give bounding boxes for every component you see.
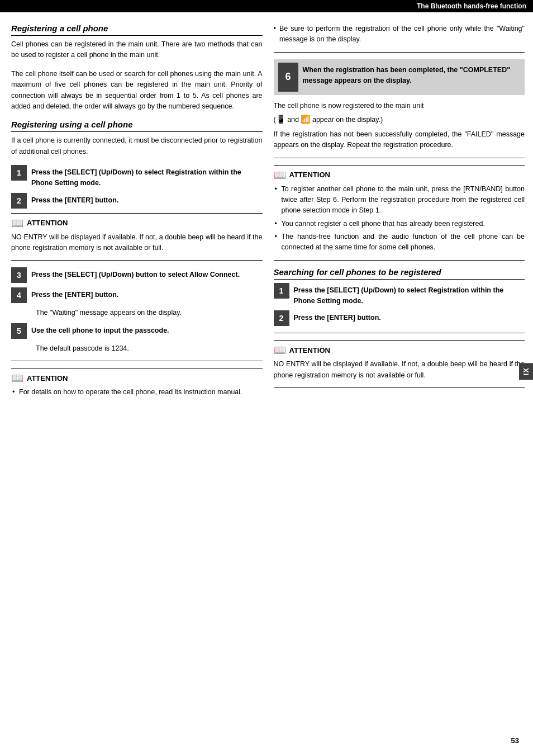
attention4-icon: 📖: [274, 344, 286, 356]
section2-intro: If a cell phone is currently connected, …: [11, 135, 263, 157]
attention2-item1: For details on how to operate the cell p…: [11, 387, 263, 398]
divider7: [274, 388, 525, 388]
step6-text: When the registration has been completed…: [303, 63, 521, 86]
r-step1-block: 1 Press the [SELECT] (Up/Down) to select…: [274, 283, 525, 306]
step4-number: 4: [11, 287, 27, 303]
attention3-block: 📖 ATTENTION To register another cell pho…: [274, 165, 525, 253]
step6-inner: 6 When the registration has been complet…: [278, 63, 521, 92]
divider3: [274, 52, 525, 53]
attention2-title: 📖 ATTENTION: [11, 372, 263, 384]
step6-sub2: (📱 and 📶 appear on the display.): [274, 114, 525, 126]
attention1-title: 📖 ATTENTION: [11, 217, 263, 229]
bullet-before-step6: • Be sure to perform the registration of…: [274, 23, 525, 45]
left-column: Registering a cell phone Cell phones can…: [11, 23, 263, 403]
section3-title: Searching for cell phones to be register…: [274, 267, 525, 280]
step4-text: Press the [ENTER] button.: [31, 287, 118, 300]
step3-block: 3 Press the [SELECT] (Up/Down) button to…: [11, 267, 263, 283]
divider5: [274, 260, 525, 261]
header-title: The Bluetooth hands-free function: [417, 2, 526, 10]
attention4-text: NO ENTRY will be displayed if available.…: [274, 359, 525, 381]
page-number: 53: [511, 736, 519, 745]
step1-block: 1 Press the [SELECT] (Up/Down) to select…: [11, 165, 263, 188]
step5-block: 5 Use the cell phone to input the passco…: [11, 323, 263, 339]
step4-sub: The "Waiting" message appears on the dis…: [36, 308, 263, 318]
divider2: [11, 361, 263, 361]
attention3-text: To register another cell phone to the ma…: [274, 184, 525, 253]
step2-number: 2: [11, 193, 27, 209]
attention4-title: 📖 ATTENTION: [274, 344, 525, 356]
attention2-block: 📖 ATTENTION For details on how to operat…: [11, 368, 263, 398]
attention3-item2: You cannot register a cell phone that ha…: [274, 219, 525, 229]
r-step2-number: 2: [274, 310, 289, 326]
divider4: [274, 158, 525, 158]
step6-sub3: If the registration has not been success…: [274, 129, 525, 151]
step6-block: 6 When the registration has been complet…: [274, 59, 525, 95]
step3-text: Press the [SELECT] (Up/Down) button to s…: [31, 267, 240, 280]
attention4-block: 📖 ATTENTION NO ENTRY will be displayed i…: [274, 340, 525, 381]
attention3-icon: 📖: [274, 169, 286, 181]
attention2-text: For details on how to operate the cell p…: [11, 387, 263, 398]
attention1-icon: 📖: [11, 217, 23, 229]
step6-number: 6: [278, 63, 298, 92]
r-step2-block: 2 Press the [ENTER] button.: [274, 310, 525, 326]
step2-text: Press the [ENTER] button.: [31, 193, 118, 206]
step5-number: 5: [11, 323, 27, 339]
attention1-block: 📖 ATTENTION NO ENTRY will be displayed i…: [11, 213, 263, 254]
section1-para1: Cell phones can be registered in the mai…: [11, 39, 263, 61]
step5-text: Use the cell phone to input the passcode…: [31, 323, 169, 336]
attention3-item3: The hands-free function and the audio fu…: [274, 231, 525, 253]
step1-number: 1: [11, 165, 27, 181]
attention3-item1: To register another cell phone to the ma…: [274, 184, 525, 216]
bt-icon: 📱: [276, 115, 285, 124]
r-step1-text: Press the [SELECT] (Up/Down) to select R…: [294, 283, 525, 306]
step6-sub1: The cell phone is now registered to the …: [274, 101, 525, 111]
attention3-title: 📖 ATTENTION: [274, 169, 525, 181]
attention1-text: NO ENTRY will be displayed if available.…: [11, 232, 263, 254]
signal-icon: 📶: [301, 115, 310, 124]
step5-sub: The default passcode is 1234.: [36, 343, 263, 354]
step4-block: 4 Press the [ENTER] button.: [11, 287, 263, 303]
step3-number: 3: [11, 267, 27, 283]
right-column: • Be sure to perform the registration of…: [274, 23, 525, 403]
r-step1-number: 1: [274, 283, 289, 299]
attention2-icon: 📖: [11, 372, 23, 384]
r-step2-text: Press the [ENTER] button.: [294, 310, 381, 323]
step1-text: Press the [SELECT] (Up/Down) to select R…: [31, 165, 263, 188]
step2-block: 2 Press the [ENTER] button.: [11, 193, 263, 209]
divider6: [274, 333, 525, 333]
page-header: The Bluetooth hands-free function: [0, 0, 533, 12]
divider1: [11, 260, 263, 261]
section1-para2: The cell phone itself can be used or sea…: [11, 69, 263, 112]
section1-title: Registering a cell phone: [11, 23, 263, 36]
ix-tab: IX: [519, 363, 533, 380]
section2-title: Registering using a cell phone: [11, 120, 263, 132]
